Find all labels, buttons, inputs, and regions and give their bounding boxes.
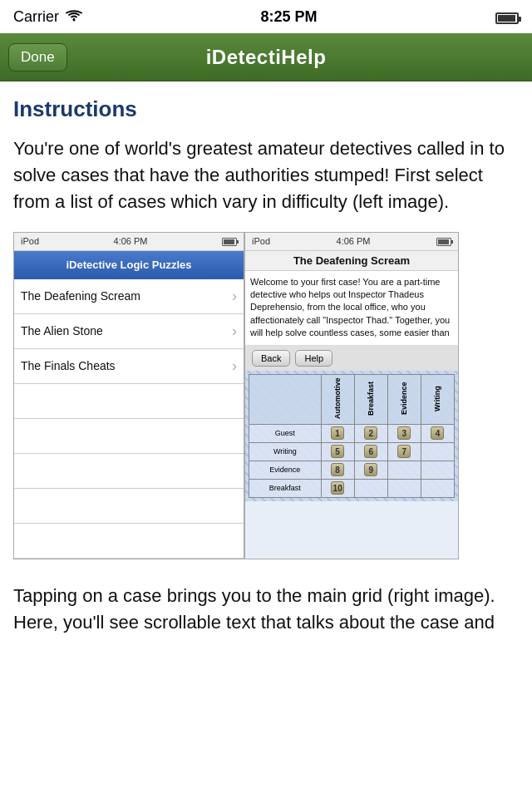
grid-cell (354, 479, 387, 497)
puzzle-grid-area: Automotive Breakfast Evidence Writing Gu… (245, 371, 458, 501)
phone-right-time: 4:06 PM (337, 236, 371, 246)
phone-left-battery (222, 236, 237, 246)
intro-paragraph: You're one of world's greatest amateur d… (13, 135, 519, 215)
status-bar: Carrier 8:25 PM (0, 0, 532, 33)
back-button[interactable]: Back (252, 350, 290, 367)
grid-corner (249, 374, 322, 424)
phone-empty-row (14, 454, 244, 489)
grid-cell: 4 (421, 424, 454, 442)
case-description: Welcome to your first case! You are a pa… (245, 271, 458, 346)
grid-cell: 1 (321, 424, 354, 442)
list-item[interactable]: The Finals Cheats (14, 349, 244, 384)
carrier-label: Carrier (13, 8, 59, 26)
grid-row: Guest 1 2 3 4 (249, 424, 455, 442)
list-item[interactable]: The Alien Stone (14, 314, 244, 349)
svg-point-0 (73, 18, 76, 21)
phone-right-status: iPod 4:06 PM (245, 233, 458, 251)
phone-empty-row (14, 384, 244, 419)
phone-button-row: Back Help (245, 346, 458, 371)
phone-empty-row (14, 489, 244, 524)
grid-cell (421, 479, 454, 497)
grid-cell: 5 (321, 442, 354, 461)
grid-cell: 3 (387, 424, 421, 442)
grid-col-header: Breakfast (354, 374, 387, 424)
phone-right-carrier: iPod (252, 236, 270, 246)
puzzle-grid: Automotive Breakfast Evidence Writing Gu… (249, 374, 455, 498)
bottom-paragraph: Tapping on a case brings you to the main… (13, 573, 519, 636)
grid-row: Writing 5 6 7 (249, 442, 455, 461)
grid-col-header: Writing (421, 374, 454, 424)
phone-left-mockup: iPod 4:06 PM iDetective Logic Puzzles Th… (13, 232, 244, 559)
main-content: Instructions You're one of world's great… (0, 81, 532, 635)
phone-left-nav: iDetective Logic Puzzles (14, 251, 244, 279)
battery-icon (495, 12, 519, 24)
nav-bar: Done iDetectiHelp (0, 33, 532, 81)
phone-left-nav-title: iDetective Logic Puzzles (66, 259, 192, 271)
grid-col-header: Automotive (321, 374, 354, 424)
status-left: Carrier (13, 8, 82, 26)
nav-title: iDetectiHelp (206, 46, 327, 69)
grid-cell: 7 (387, 442, 421, 461)
phone-empty-row (14, 524, 244, 559)
grid-cell (387, 479, 421, 497)
grid-cell: 6 (354, 442, 387, 461)
grid-cell: 8 (321, 461, 354, 479)
list-item[interactable]: The Deafening Scream (14, 279, 244, 314)
grid-cell: 9 (354, 461, 387, 479)
wifi-icon (66, 8, 82, 26)
list-item-label: The Finals Cheats (21, 359, 116, 372)
help-button[interactable]: Help (295, 350, 332, 367)
grid-cell: 10 (321, 479, 354, 497)
grid-row: Breakfast 10 (249, 479, 455, 497)
grid-col-header: Evidence (387, 374, 421, 424)
grid-cell: 2 (354, 424, 387, 442)
grid-row-label: Writing (249, 442, 322, 461)
list-item-label: The Deafening Scream (21, 289, 140, 303)
phone-left-status: iPod 4:06 PM (14, 233, 244, 251)
grid-cell (421, 442, 454, 461)
done-button[interactable]: Done (8, 43, 67, 71)
grid-row-label: Guest (249, 424, 322, 442)
list-item-label: The Alien Stone (21, 324, 103, 337)
phone-right-mockup: iPod 4:06 PM The Deafening Scream Welcom… (244, 232, 459, 559)
phone-right-battery (436, 236, 451, 246)
phone-left-carrier: iPod (21, 236, 39, 246)
phone-empty-row (14, 419, 244, 454)
screenshot-illustration: iPod 4:06 PM iDetective Logic Puzzles Th… (13, 232, 519, 559)
phone-left-time: 4:06 PM (114, 236, 148, 246)
grid-cell (421, 461, 454, 479)
status-time: 8:25 PM (260, 8, 317, 26)
case-title: The Deafening Scream (245, 251, 458, 271)
grid-row-label: Breakfast (249, 479, 322, 497)
grid-row-label: Evidence (249, 461, 322, 479)
grid-cell (387, 461, 421, 479)
status-battery (495, 9, 519, 23)
grid-row: Evidence 8 9 (249, 461, 455, 479)
page-title: Instructions (13, 96, 519, 122)
